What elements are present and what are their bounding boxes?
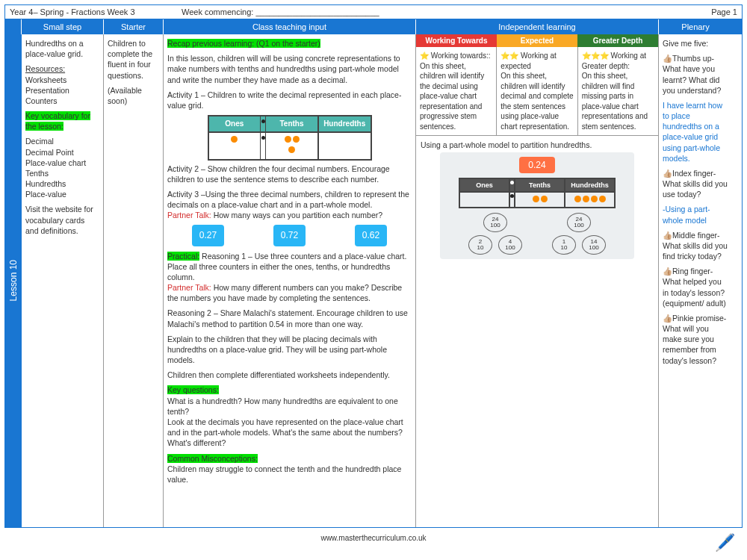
week-commencing: Week commencing: _______________________… [182,7,692,16]
small-step-col: Hundredths on a place-value grid. Resour… [22,34,104,527]
header-working-towards: Working Towards [416,34,497,47]
lesson-tab: Lesson 10 [5,34,22,527]
brand-logo-icon: 🖊️ [715,533,735,544]
header-expected: Expected [497,34,577,47]
body-row: Lesson 10 Hundredths on a place-value gr… [5,34,742,527]
page-number: Page 1 [692,7,737,16]
independent-col: Working Towards Expected Greater Depth ⭐… [416,34,659,527]
decimal-chips: 0.27 0.72 0.62 [167,225,412,246]
gd-cell: ⭐⭐⭐ Working at Greater depth:On this she… [578,47,658,135]
ex-cell: ⭐⭐ Working at expectedOn this sheet, chi… [497,47,577,135]
header-class-input: Class teaching input [164,19,416,34]
class-input-col: Recap previous learning: (Q1 on the star… [164,34,416,527]
column-headers: Small step Starter Class teaching input … [5,19,742,34]
part-whole-diagram: Using a part-whole model to partition hu… [416,135,658,527]
header-small-step: Small step [22,19,104,34]
lesson-plan-page: Year 4– Spring - Fractions Week 3 Week c… [4,4,743,528]
footer-url: www.masterthecurriculum.co.uk [0,532,747,544]
top-bar: Year 4– Spring - Fractions Week 3 Week c… [5,5,742,19]
header-plenary: Plenary [659,19,732,34]
place-value-chart: Ones Tenths Hundredths [208,115,372,161]
plenary-col: Give me five: 👍🏼Thumbs up- What have you… [659,34,732,527]
header-starter: Starter [104,19,164,34]
starter-col: Children to complete the fluent in four … [104,34,164,527]
header-independent: Independent learning [416,19,659,34]
header-greater-depth: Greater Depth [577,34,658,47]
wt-cell: ⭐ Working towards::On this sheet, childr… [416,47,497,135]
doc-title: Year 4– Spring - Fractions Week 3 [10,7,182,16]
